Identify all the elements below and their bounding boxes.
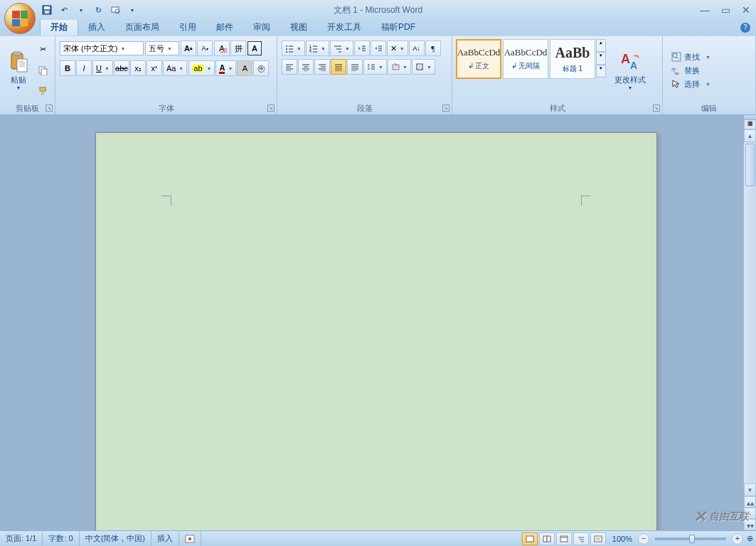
style-scroll-down[interactable]: ▾	[596, 52, 606, 65]
char-border-button[interactable]: A	[247, 41, 262, 55]
qat-customize[interactable]: ▼	[125, 3, 139, 17]
tab-developer[interactable]: 开发工具	[317, 19, 371, 36]
zoom-fit-button[interactable]: ⊕	[743, 534, 756, 543]
style-scroll-up[interactable]: ▴	[596, 39, 606, 52]
scroll-track[interactable]	[744, 142, 756, 483]
paragraph-launcher[interactable]: ↘	[442, 105, 449, 112]
minimize-button[interactable]: —	[700, 4, 710, 16]
borders-button[interactable]: ▼	[412, 59, 435, 75]
align-left-button[interactable]	[282, 59, 297, 75]
tab-view[interactable]: 视图	[280, 19, 317, 36]
decrease-indent-button[interactable]	[354, 41, 370, 56]
status-language[interactable]: 中文(简体，中国)	[80, 531, 151, 546]
view-draft[interactable]	[590, 532, 606, 545]
font-name-combo[interactable]: 宋体 (中文正文)▼	[60, 41, 144, 55]
zoom-slider-thumb[interactable]	[689, 535, 695, 543]
ruler-toggle[interactable]: ▦	[744, 119, 756, 129]
numbering-button[interactable]: 123▼	[306, 41, 329, 56]
status-page[interactable]: 页面: 1/1	[0, 531, 43, 546]
style-heading1[interactable]: AaBb 标题 1	[550, 39, 595, 79]
style-gallery-expand[interactable]: ▾	[596, 65, 606, 77]
prev-page-button[interactable]: ▴▴	[744, 496, 756, 508]
superscript-button[interactable]: x²	[147, 60, 162, 76]
status-macro[interactable]	[179, 531, 201, 546]
italic-button[interactable]: I	[76, 60, 92, 76]
clear-formatting-button[interactable]: A⌫	[214, 41, 230, 56]
bullets-button[interactable]: ▼	[282, 41, 305, 56]
status-words[interactable]: 字数: 0	[43, 531, 79, 546]
font-size-combo[interactable]: 五号▼	[145, 41, 179, 55]
change-case-button[interactable]: Aa▼	[163, 60, 187, 76]
styles-launcher[interactable]: ↘	[653, 105, 660, 112]
style-normal[interactable]: AaBbCcDd ↲ 正文	[456, 39, 501, 79]
increase-indent-button[interactable]	[371, 41, 386, 56]
multilevel-button[interactable]: ▼	[330, 41, 353, 56]
pinyin-button[interactable]: 拼	[230, 41, 246, 56]
tab-review[interactable]: 审阅	[243, 19, 280, 36]
office-button[interactable]	[4, 3, 36, 34]
scroll-down-button[interactable]: ▼	[744, 483, 756, 496]
redo-icon[interactable]: ↻	[91, 3, 105, 17]
grow-font-button[interactable]: A▴	[181, 41, 196, 56]
svg-point-19	[286, 51, 287, 53]
print-preview-icon[interactable]	[108, 3, 122, 17]
maximize-button[interactable]: ▭	[721, 4, 730, 16]
paste-button[interactable]: 粘贴 ▼	[3, 38, 34, 103]
view-print-layout[interactable]	[522, 532, 538, 545]
asian-layout-button[interactable]: ✕▼	[387, 41, 408, 56]
undo-dropdown[interactable]: ▼	[74, 3, 88, 17]
replace-button[interactable]: abac 替换	[669, 64, 750, 77]
align-center-button[interactable]	[298, 59, 314, 75]
next-page-button[interactable]: ▾▾	[744, 519, 756, 530]
help-icon[interactable]: ?	[740, 23, 750, 33]
scroll-up-button[interactable]: ▲	[744, 129, 756, 142]
status-insert-mode[interactable]: 插入	[151, 531, 179, 546]
find-button[interactable]: 查找▼	[669, 50, 750, 64]
show-marks-button[interactable]: ¶	[425, 41, 441, 56]
subscript-button[interactable]: x₂	[130, 60, 146, 76]
style-nospacing[interactable]: AaBbCcDd ↲ 无间隔	[503, 39, 548, 79]
clipboard-launcher[interactable]: ↘	[46, 105, 53, 112]
group-paragraph: ▼ 123▼ ▼ ✕▼ A↓ ¶ ▼ ▼ ▼ 段落↘	[277, 36, 452, 114]
undo-icon[interactable]: ↶	[57, 3, 71, 17]
view-fullscreen-reading[interactable]	[539, 532, 555, 545]
strikethrough-button[interactable]: abc	[114, 60, 129, 76]
tab-pagelayout[interactable]: 页面布局	[115, 19, 169, 36]
underline-button[interactable]: U▼	[92, 60, 113, 76]
font-color-button[interactable]: A▼	[215, 60, 236, 76]
sort-button[interactable]: A↓	[409, 41, 425, 56]
tab-insert[interactable]: 插入	[78, 19, 115, 36]
align-justify-button[interactable]	[331, 59, 346, 75]
scroll-thumb[interactable]	[745, 144, 755, 186]
tab-foxitpdf[interactable]: 福昕PDF	[371, 19, 425, 36]
browse-object-button[interactable]: ◦	[744, 508, 756, 519]
align-right-button[interactable]	[314, 59, 330, 75]
format-painter-icon[interactable]	[36, 84, 50, 98]
align-distribute-button[interactable]	[347, 59, 363, 75]
view-web-layout[interactable]	[556, 532, 572, 545]
char-shading-button[interactable]: A	[237, 60, 252, 76]
zoom-out-button[interactable]: −	[638, 533, 649, 545]
zoom-slider[interactable]	[655, 537, 726, 540]
enclosed-char-button[interactable]: ㊥	[253, 60, 269, 76]
copy-icon[interactable]	[36, 63, 50, 77]
line-spacing-button[interactable]: ▼	[363, 59, 387, 75]
tab-mailings[interactable]: 邮件	[206, 19, 243, 36]
highlight-button[interactable]: ab▼	[188, 60, 215, 76]
font-launcher[interactable]: ↘	[267, 105, 275, 112]
change-styles-button[interactable]: AA 更改样式 ▼	[610, 38, 650, 103]
document-viewport[interactable]	[0, 115, 743, 530]
zoom-in-button[interactable]: +	[732, 533, 743, 545]
cut-icon[interactable]: ✂	[36, 43, 50, 57]
view-outline[interactable]	[573, 532, 589, 545]
save-icon[interactable]	[40, 3, 54, 17]
shading-button[interactable]: ▼	[388, 59, 411, 75]
bold-button[interactable]: B	[60, 60, 75, 76]
select-button[interactable]: 选择▼	[669, 77, 750, 91]
tab-home[interactable]: 开始	[40, 18, 78, 36]
tab-references[interactable]: 引用	[169, 19, 206, 36]
zoom-level[interactable]: 100%	[607, 531, 638, 546]
document-page[interactable]	[95, 132, 657, 530]
shrink-font-button[interactable]: A▾	[197, 41, 213, 56]
close-button[interactable]: ✕	[742, 4, 750, 16]
